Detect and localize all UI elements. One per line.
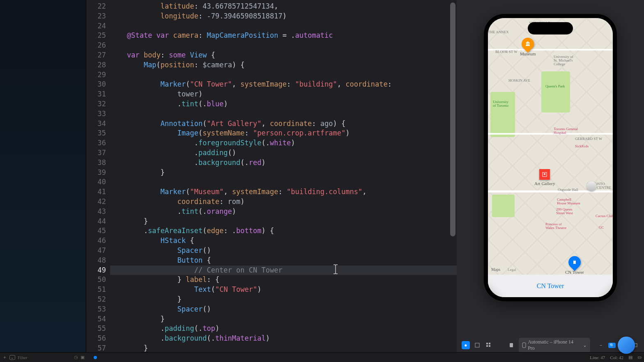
poi-label: Campbell House Museum xyxy=(557,198,580,205)
outline-icon[interactable]: ▣ xyxy=(80,355,85,360)
svg-rect-10 xyxy=(475,343,479,347)
svg-rect-16 xyxy=(522,343,526,348)
svg-rect-2 xyxy=(527,43,528,45)
svg-rect-12 xyxy=(489,343,490,344)
svg-rect-14 xyxy=(489,345,490,347)
clock-icon[interactable]: ◷ xyxy=(74,355,78,360)
svg-rect-11 xyxy=(486,343,488,344)
scrollbar-thumb[interactable] xyxy=(450,2,455,236)
poi-label: Queen's Park xyxy=(545,85,565,88)
chevron-down-icon: ⌄ xyxy=(583,342,587,348)
svg-rect-1 xyxy=(526,43,527,45)
assistant-bubble[interactable] xyxy=(618,337,635,354)
poi-label: Cactus Club xyxy=(596,214,613,218)
zoom-fit-button[interactable]: 🔍 xyxy=(608,341,616,349)
poi-label: GC xyxy=(599,226,604,229)
code-editor[interactable]: 2223242526272829303132333435363738394041… xyxy=(86,0,457,357)
selectable-button[interactable] xyxy=(473,341,481,349)
poi-label: THE ANNEX xyxy=(488,30,509,34)
dynamic-island xyxy=(528,22,573,34)
svg-rect-8 xyxy=(574,261,574,261)
poi-label: University of St. Michael's College xyxy=(554,55,573,66)
navigator-sidebar[interactable] xyxy=(0,0,86,357)
marker-cn-tower[interactable]: CN Tower xyxy=(565,256,584,275)
svg-rect-3 xyxy=(529,43,529,45)
filter-scope-icon[interactable]: ⌄ xyxy=(9,355,15,360)
live-preview-button[interactable]: ● xyxy=(462,341,470,349)
map-background[interactable] xyxy=(488,18,613,297)
bottom-button-cn-tower[interactable]: CN Tower xyxy=(488,275,613,297)
ide-window: 2223242526272829303132333435363738394041… xyxy=(0,0,644,357)
zoom-out-button[interactable]: － xyxy=(597,341,605,349)
marker-location[interactable] xyxy=(586,181,596,191)
svg-rect-13 xyxy=(486,345,488,347)
preview-canvas: YORKVILLE THE ANNEX BLOOR ST W Universit… xyxy=(457,0,644,357)
filter-field[interactable]: Filter xyxy=(18,355,28,360)
poi-label: Princess of Wales Theatre xyxy=(545,222,566,230)
poi-label: GERRARD ST W xyxy=(575,137,602,141)
status-indicator xyxy=(94,356,97,359)
device-settings-button[interactable] xyxy=(507,341,515,349)
svg-marker-4 xyxy=(526,41,530,43)
cursor-line: Line: 47 xyxy=(590,355,605,360)
minimap-icon[interactable]: ▤ xyxy=(628,355,632,360)
svg-rect-0 xyxy=(526,45,530,46)
editor-scrollbar[interactable] xyxy=(450,0,455,357)
device-selector[interactable]: Automatic – iPhone 14 Pro ⌄ xyxy=(519,338,590,353)
poi-label: HOSKIN AVE xyxy=(508,79,530,82)
preview-toolbar: ● Automatic – iPhone 14 Pro ⌄ － 🔍 ＋ xyxy=(457,340,644,351)
legal-link[interactable]: Legal xyxy=(508,268,516,272)
code-area[interactable]: latitude: 43.66785712547134, longitude: … xyxy=(110,0,457,357)
text-cursor-icon xyxy=(332,264,339,277)
variants-button[interactable] xyxy=(485,341,493,349)
add-button[interactable]: ＋ xyxy=(2,354,7,360)
poi-label: BLOOR ST W xyxy=(495,50,518,54)
svg-rect-9 xyxy=(575,261,575,261)
bottom-statusbar: ＋ ⌄ Filter ◷ ▣ Line: 47 Col: 42 ▤ ▭ xyxy=(0,352,644,362)
device-frame: YORKVILLE THE ANNEX BLOOR ST W Universit… xyxy=(484,14,617,301)
annotation-art-gallery[interactable]: Art Gallery xyxy=(534,169,555,186)
marker-label: Art Gallery xyxy=(534,181,555,186)
svg-point-6 xyxy=(544,173,545,175)
line-gutter: 2223242526272829303132333435363738394041… xyxy=(86,0,110,357)
poi-label: Osgoode Hall xyxy=(558,188,578,192)
authors-icon[interactable]: ▭ xyxy=(637,355,642,360)
cursor-col: Col: 42 xyxy=(610,355,623,360)
poi-label: 299 Queen Street West xyxy=(556,208,573,215)
maps-logo: Maps xyxy=(491,267,500,272)
poi-label: SickKids xyxy=(575,144,589,148)
svg-rect-15 xyxy=(510,343,513,347)
poi-label: University of Toronto xyxy=(493,100,508,108)
poi-label: Toronto General Hospital xyxy=(554,127,578,135)
marker-museum[interactable]: Museum xyxy=(520,38,536,56)
device-screen[interactable]: YORKVILLE THE ANNEX BLOOR ST W Universit… xyxy=(488,18,613,297)
